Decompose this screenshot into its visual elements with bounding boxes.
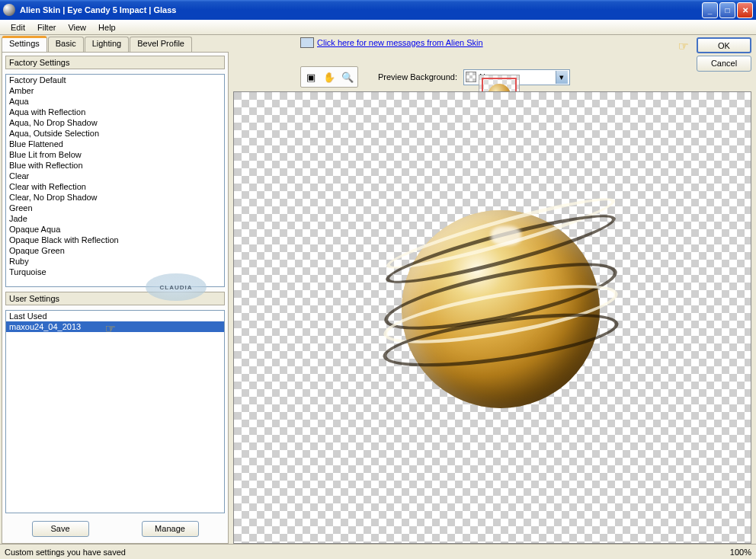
list-item[interactable]: maxou24_04_2013: [6, 321, 224, 332]
list-item[interactable]: Clear, No Drop Shadow: [6, 192, 224, 203]
menu-help[interactable]: Help: [92, 21, 122, 34]
factory-settings-header: Factory Settings: [5, 56, 225, 69]
messages-link[interactable]: Click here for new messages from Alien S…: [317, 38, 483, 47]
app-icon: [3, 4, 15, 16]
list-item[interactable]: Aqua: [6, 96, 224, 107]
hand-tool-icon[interactable]: ✋: [321, 69, 338, 85]
list-item[interactable]: Opaque Black with Reflection: [6, 235, 224, 245]
list-item[interactable]: Green: [6, 203, 224, 213]
list-item[interactable]: Blue Lit from Below: [6, 149, 224, 160]
status-text: Custom settings you have saved: [5, 548, 126, 557]
menu-view[interactable]: View: [62, 21, 92, 34]
user-settings-header: User Settings: [5, 292, 225, 305]
menu-edit[interactable]: Edit: [5, 21, 31, 34]
list-item[interactable]: Amber: [6, 85, 224, 96]
list-item[interactable]: Turquoise: [6, 267, 224, 277]
tab-basic[interactable]: Basic: [48, 37, 84, 52]
preview-image: [402, 210, 600, 408]
message-icon: [300, 37, 314, 48]
list-item[interactable]: Aqua with Reflection: [6, 107, 224, 117]
ok-button[interactable]: OK: [697, 37, 751, 53]
user-settings-list[interactable]: ☜ Last Usedmaxou24_04_2013: [5, 310, 225, 513]
list-item[interactable]: Aqua, No Drop Shadow: [6, 117, 224, 128]
factory-settings-list[interactable]: Factory DefaultAmberAquaAqua with Reflec…: [5, 74, 225, 287]
transparency-swatch-icon: [466, 72, 476, 82]
list-item[interactable]: Jade: [6, 213, 224, 224]
list-item[interactable]: Aqua, Outside Selection: [6, 128, 224, 139]
list-item[interactable]: Opaque Aqua: [6, 224, 224, 235]
zoom-tool-icon[interactable]: 🔍: [339, 69, 356, 85]
tab-bevel-profile[interactable]: Bevel Profile: [130, 37, 192, 52]
preview-background-label: Preview Background:: [378, 72, 457, 81]
list-item[interactable]: Blue Flattened: [6, 139, 224, 149]
list-item[interactable]: Ruby: [6, 256, 224, 267]
list-item[interactable]: Clear with Reflection: [6, 181, 224, 192]
menubar: Edit Filter View Help: [0, 20, 756, 35]
list-item[interactable]: Opaque Green: [6, 245, 224, 256]
statusbar: Custom settings you have saved 100%: [0, 544, 756, 559]
titlebar: Alien Skin | Eye Candy 5 Impact | Glass …: [0, 0, 756, 20]
left-panel: Settings Basic Lighting Bevel Profile Fa…: [0, 35, 229, 544]
window-title: Alien Skin | Eye Candy 5 Impact | Glass: [20, 5, 702, 14]
manage-button[interactable]: Manage: [142, 521, 199, 537]
save-button[interactable]: Save: [32, 521, 89, 537]
tab-settings[interactable]: Settings: [2, 37, 47, 52]
zoom-level: 100%: [730, 548, 751, 557]
marquee-tool-icon[interactable]: ▣: [303, 69, 319, 85]
chevron-down-icon: ▾: [556, 71, 568, 84]
menu-filter[interactable]: Filter: [31, 21, 62, 34]
preview-area[interactable]: [233, 91, 751, 544]
pointer-icon: ☜: [678, 39, 689, 53]
minimize-button[interactable]: _: [702, 2, 718, 18]
tab-lighting[interactable]: Lighting: [85, 37, 130, 52]
list-item[interactable]: Last Used: [6, 311, 224, 321]
maximize-button[interactable]: □: [719, 2, 735, 18]
preview-toolbar: ▣ ✋ 🔍: [300, 66, 358, 88]
list-item[interactable]: Blue with Reflection: [6, 160, 224, 171]
list-item[interactable]: Clear: [6, 171, 224, 181]
list-item[interactable]: Factory Default: [6, 75, 224, 85]
right-panel: Click here for new messages from Alien S…: [229, 35, 756, 544]
close-button[interactable]: ✕: [737, 2, 753, 18]
